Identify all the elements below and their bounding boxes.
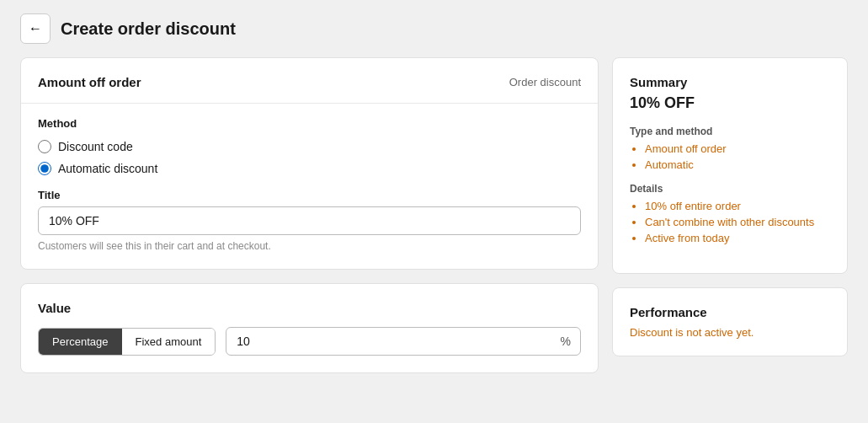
back-icon: ← [29, 21, 42, 36]
amount-off-order-card: Amount off order Order discount Method D… [20, 57, 599, 270]
page-title: Create order discount [61, 19, 236, 39]
card-header: Amount off order Order discount [38, 75, 581, 89]
radio-input-discount-code[interactable] [38, 140, 51, 153]
type-method-label: Type and method [630, 126, 830, 137]
summary-title: Summary [630, 75, 830, 89]
detail-item-2: Active from today [645, 232, 830, 244]
radio-automatic-discount[interactable]: Automatic discount [38, 162, 581, 175]
detail-item-0: 10% off entire order [645, 200, 830, 212]
radio-label-automatic: Automatic discount [58, 162, 157, 175]
title-field-label: Title [38, 189, 581, 201]
discount-heading: 10% OFF [630, 94, 830, 112]
performance-note: Discount is not active yet. [630, 326, 830, 339]
title-input[interactable] [38, 206, 581, 235]
value-card-title: Value [38, 301, 581, 315]
helper-text: Customers will see this in their cart an… [38, 240, 581, 252]
method-label: Method [38, 117, 581, 130]
card-title: Amount off order [38, 75, 141, 89]
performance-title: Performance [630, 305, 830, 319]
left-column: Amount off order Order discount Method D… [20, 57, 599, 373]
list-item-method: Automatic [645, 158, 830, 171]
card-badge: Order discount [509, 76, 581, 88]
percentage-button[interactable]: Percentage [39, 329, 122, 355]
type-method-list: Amount off order Automatic [630, 142, 830, 171]
radio-input-automatic[interactable] [38, 162, 51, 175]
back-button[interactable]: ← [20, 13, 51, 44]
value-card: Value Percentage Fixed amount % [20, 283, 599, 373]
radio-discount-code[interactable]: Discount code [38, 140, 581, 153]
radio-group: Discount code Automatic discount [38, 140, 581, 175]
value-input[interactable] [226, 327, 581, 356]
page-header: ← Create order discount [0, 0, 868, 57]
list-item-type: Amount off order [645, 142, 830, 155]
performance-card: Performance Discount is not active yet. [612, 287, 848, 356]
radio-label-discount-code: Discount code [58, 140, 133, 153]
details-list: 10% off entire order Can't combine with … [630, 200, 830, 244]
value-toggle-group: Percentage Fixed amount % [38, 327, 581, 356]
fixed-amount-button[interactable]: Fixed amount [122, 329, 216, 355]
divider [21, 103, 598, 104]
toggle-buttons: Percentage Fixed amount [38, 328, 216, 356]
details-label: Details [630, 183, 830, 195]
value-input-wrapper: % [226, 327, 581, 356]
detail-item-1: Can't combine with other discounts [645, 216, 830, 228]
main-content: Amount off order Order discount Method D… [0, 57, 868, 394]
summary-card: Summary 10% OFF Type and method Amount o… [612, 57, 848, 274]
right-column: Summary 10% OFF Type and method Amount o… [612, 57, 848, 373]
value-suffix: % [561, 335, 571, 348]
